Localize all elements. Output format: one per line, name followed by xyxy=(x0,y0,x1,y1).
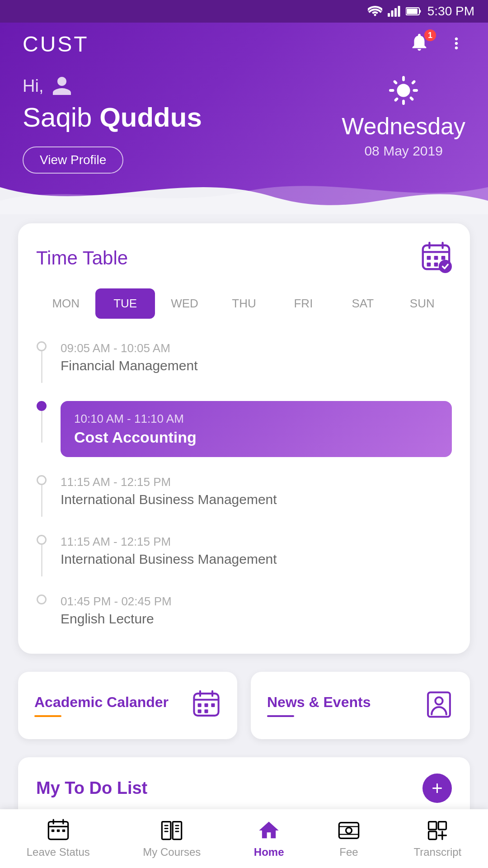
schedule-time: 11:15 AM - 12:15 PM xyxy=(61,535,452,549)
svg-rect-24 xyxy=(57,830,60,832)
home-nav-icon xyxy=(257,819,281,842)
svg-rect-2 xyxy=(391,10,393,17)
day-thu[interactable]: THU xyxy=(214,288,273,319)
schedule-content: 01:45 PM - 02:45 PM English Lecture xyxy=(61,594,452,627)
timeline xyxy=(36,401,47,443)
svg-rect-31 xyxy=(438,822,446,830)
header-top: CUST 1 xyxy=(23,32,465,57)
signal-icon xyxy=(388,6,400,17)
schedule-name: International Business Management xyxy=(61,552,452,567)
academic-card-label: Academic Calander xyxy=(34,694,169,711)
timeline-line xyxy=(41,485,42,517)
nav-transcript[interactable]: Transcript xyxy=(404,814,470,863)
svg-rect-15 xyxy=(198,703,202,707)
news-events-card[interactable]: News & Events xyxy=(251,672,470,739)
timeline-line xyxy=(41,411,42,443)
status-icons: 5:30 PM xyxy=(368,4,474,19)
svg-rect-26 xyxy=(162,822,171,840)
nav-leave-status[interactable]: Leave Status xyxy=(18,814,99,863)
academic-calendar-card[interactable]: Academic Calander xyxy=(18,672,237,739)
nav-home[interactable]: Home xyxy=(245,814,293,863)
news-card-underline xyxy=(267,715,294,717)
schedule-item: 11:15 AM - 12:15 PM International Busine… xyxy=(36,526,452,585)
date-section: Wednesday 08 May 2019 xyxy=(342,75,465,159)
day-name: Wednesday xyxy=(342,113,465,140)
nav-fee-label: Fee xyxy=(339,846,358,859)
greeting-text: Hi, xyxy=(23,75,202,97)
timetable-calendar-icon[interactable] xyxy=(420,241,452,275)
schedule-item: 09:05 AM - 10:05 AM Financial Management xyxy=(36,332,452,392)
svg-rect-30 xyxy=(429,822,436,830)
schedule-time-active: 10:10 AM - 11:10 AM xyxy=(74,412,438,426)
svg-rect-19 xyxy=(204,709,208,713)
user-avatar-icon xyxy=(51,75,73,97)
news-card-label: News & Events xyxy=(267,694,371,711)
timetable-card: Time Table MON TUE WED xyxy=(18,223,470,654)
battery-icon xyxy=(406,6,422,16)
sun-icon xyxy=(342,75,465,108)
svg-rect-25 xyxy=(62,830,65,832)
quick-cards: Academic Calander News & Events xyxy=(18,672,470,739)
svg-rect-3 xyxy=(394,8,397,17)
schedule-card-active: 10:10 AM - 11:10 AM Cost Accounting xyxy=(61,401,452,457)
svg-rect-10 xyxy=(441,256,446,260)
day-sun[interactable]: SUN xyxy=(393,288,452,319)
sun-graphic xyxy=(388,75,419,106)
days-row: MON TUE WED THU FRI SAT SUN xyxy=(36,288,452,319)
main-content: Time Table MON TUE WED xyxy=(0,214,488,868)
svg-rect-1 xyxy=(388,13,390,17)
add-todo-button[interactable]: + xyxy=(422,774,452,803)
timeline xyxy=(36,535,47,576)
day-wed[interactable]: WED xyxy=(155,288,214,319)
timeline-dot xyxy=(37,594,47,604)
timeline-dot xyxy=(37,535,47,545)
academic-card-underline xyxy=(34,715,61,717)
schedule-list: 09:05 AM - 10:05 AM Financial Management… xyxy=(36,332,452,636)
timeline-dot xyxy=(37,341,47,351)
svg-rect-17 xyxy=(211,703,215,707)
timeline-dot xyxy=(37,475,47,485)
timetable-title: Time Table xyxy=(36,247,128,269)
day-mon[interactable]: MON xyxy=(36,288,95,319)
schedule-item: 11:15 AM - 12:15 PM International Busine… xyxy=(36,466,452,526)
academic-card-icon xyxy=(192,690,221,721)
fee-nav-icon xyxy=(337,819,361,842)
notification-badge: 1 xyxy=(424,29,436,41)
schedule-time: 11:15 AM - 12:15 PM xyxy=(61,475,452,489)
day-tue[interactable]: TUE xyxy=(95,288,155,319)
schedule-name-active: Cost Accounting xyxy=(74,429,438,446)
svg-rect-18 xyxy=(198,709,202,713)
schedule-item: 01:45 PM - 02:45 PM English Lecture xyxy=(36,585,452,636)
transcript-nav-icon xyxy=(426,819,449,842)
schedule-content: 11:15 AM - 12:15 PM International Busine… xyxy=(61,475,452,507)
more-options-button[interactable] xyxy=(447,34,465,54)
svg-point-21 xyxy=(435,697,442,704)
date-text: 08 May 2019 xyxy=(342,143,465,159)
courses-nav-icon xyxy=(160,819,183,842)
nav-leave-label: Leave Status xyxy=(27,846,90,859)
bottom-nav: Leave Status My Courses Home Fee Transcr… xyxy=(0,809,488,868)
news-card-icon xyxy=(424,690,454,721)
svg-rect-4 xyxy=(398,6,400,17)
academic-card-content: Academic Calander xyxy=(34,694,169,717)
schedule-item-active: 10:10 AM - 11:10 AM Cost Accounting xyxy=(36,392,452,466)
nav-fee[interactable]: Fee xyxy=(328,814,370,863)
schedule-content: 11:15 AM - 12:15 PM International Busine… xyxy=(61,535,452,567)
day-sat[interactable]: SAT xyxy=(333,288,392,319)
status-time: 5:30 PM xyxy=(427,4,474,19)
timeline-line xyxy=(41,351,42,383)
svg-rect-8 xyxy=(427,256,431,260)
svg-rect-6 xyxy=(407,9,418,14)
app-title: CUST xyxy=(23,32,89,57)
todo-header: My To Do List + xyxy=(36,774,452,803)
day-fri[interactable]: FRI xyxy=(274,288,333,319)
timeline-dot-active xyxy=(37,401,47,411)
notification-bell[interactable]: 1 xyxy=(409,32,434,57)
calendar-nav-icon xyxy=(47,819,70,842)
more-vert-icon xyxy=(447,34,465,52)
svg-rect-27 xyxy=(173,822,182,840)
nav-home-label: Home xyxy=(254,846,284,859)
nav-my-courses[interactable]: My Courses xyxy=(134,814,210,863)
svg-rect-23 xyxy=(52,830,55,832)
svg-rect-11 xyxy=(427,263,431,267)
